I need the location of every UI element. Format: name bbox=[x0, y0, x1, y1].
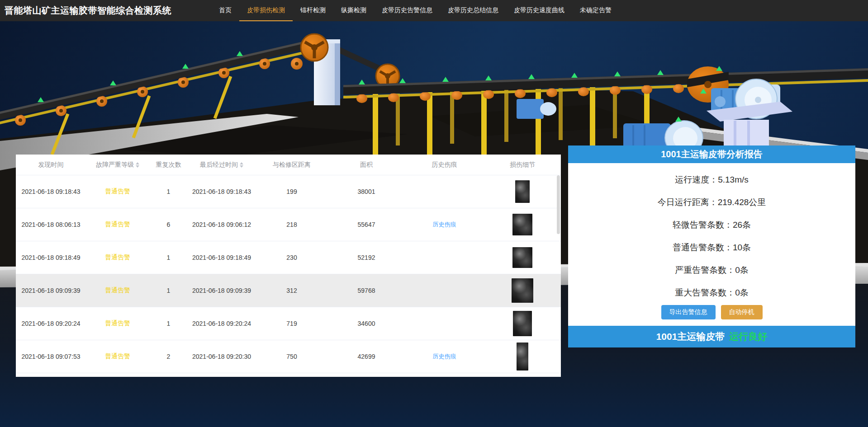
cell-last-time: 2021-06-18 09:06:12 bbox=[188, 221, 256, 228]
table-row[interactable]: 2021-06-18 09:09:39 普通告警 1 2021-06-18 09… bbox=[16, 274, 561, 307]
history-scar-link[interactable]: 历史伤痕 bbox=[433, 221, 456, 228]
cell-repeat: 1 bbox=[149, 254, 188, 261]
col-area: 面积 bbox=[328, 161, 405, 169]
cell-last-time: 2021-06-18 09:18:43 bbox=[188, 188, 256, 195]
nav-item-history-alarm-info[interactable]: 皮带历史告警信息 bbox=[374, 0, 440, 21]
metric-minor-value: 26条 bbox=[733, 219, 751, 231]
col-history-scar: 历史伤痕 bbox=[405, 161, 484, 169]
cell-time: 2021-06-18 08:06:13 bbox=[16, 221, 86, 228]
cell-distance: 199 bbox=[256, 188, 328, 195]
severity-badge: 普通告警 bbox=[86, 352, 149, 361]
cell-distance: 312 bbox=[256, 287, 328, 294]
cell-distance: 750 bbox=[256, 353, 328, 360]
table-row[interactable]: 2021-06-18 09:18:49 普通告警 1 2021-06-18 09… bbox=[16, 241, 561, 274]
report-body: 运行速度：5.13m/s 今日运行距离：219.428公里 轻微告警条数：26条… bbox=[568, 163, 855, 326]
cell-last-time: 2021-06-18 09:20:24 bbox=[188, 320, 256, 327]
nav-item-tear-detection[interactable]: 纵撕检测 bbox=[333, 0, 374, 21]
report-actions: 导出告警信息 自动停机 bbox=[568, 305, 855, 319]
damage-table-card: 发现时间 故障严重等级 重复次数 最后经过时间 与检修区距离 面积 历史伤痕 损… bbox=[16, 155, 561, 377]
metric-minor-alarms: 轻微告警条数：26条 bbox=[568, 214, 855, 236]
metric-speed: 运行速度：5.13m/s bbox=[568, 169, 855, 191]
metric-normal-alarms: 普通告警条数：10条 bbox=[568, 236, 855, 259]
col-discovery-time: 发现时间 bbox=[16, 161, 86, 169]
belt-status: 运行良好 bbox=[729, 330, 767, 343]
report-title: 1001主运输皮带分析报告 bbox=[568, 145, 855, 163]
col-fault-severity: 故障严重等级 bbox=[86, 161, 149, 169]
table-row[interactable]: 2021-06-18 09:18:43 普通告警 1 2021-06-18 09… bbox=[16, 175, 561, 208]
belt-report-panel: 1001主运输皮带分析报告 运行速度：5.13m/s 今日运行距离：219.42… bbox=[568, 145, 855, 347]
sort-caret-severity[interactable] bbox=[136, 162, 139, 168]
report-footer: 1001主运输皮带 运行良好 bbox=[568, 326, 855, 347]
cell-repeat: 1 bbox=[149, 287, 188, 294]
cell-last-time: 2021-06-18 09:09:39 bbox=[188, 287, 256, 294]
export-alarm-info-button[interactable]: 导出告警信息 bbox=[661, 305, 716, 319]
metric-severe-alarms: 严重告警条数：0条 bbox=[568, 259, 855, 282]
damage-thumbnail[interactable] bbox=[515, 180, 530, 203]
nav-item-history-speed-curve[interactable]: 皮带历史速度曲线 bbox=[506, 0, 572, 21]
nav-item-history-summary-info[interactable]: 皮带历史总结信息 bbox=[440, 0, 506, 21]
metric-major-value: 0条 bbox=[735, 287, 749, 299]
metric-normal-value: 10条 bbox=[733, 242, 751, 253]
metric-speed-value: 5.13m/s bbox=[718, 175, 749, 185]
severity-badge: 普通告警 bbox=[86, 253, 149, 262]
belt-name: 1001主运输皮带 bbox=[656, 330, 725, 343]
damage-thumbnail[interactable] bbox=[517, 343, 528, 371]
col-damage-detail: 损伤细节 bbox=[484, 161, 561, 169]
cell-distance: 719 bbox=[256, 320, 328, 327]
cell-time: 2021-06-18 09:18:43 bbox=[16, 188, 86, 195]
damage-thumbnail[interactable] bbox=[512, 278, 533, 303]
top-nav: 晋能塔山矿主运输胶带智能综合检测系统 首页 皮带损伤检测 锚杆检测 纵撕检测 皮… bbox=[0, 0, 868, 21]
nav-item-home[interactable]: 首页 bbox=[211, 0, 239, 21]
cell-area: 59768 bbox=[328, 287, 405, 294]
table-row[interactable]: 2021-06-18 09:07:53 普通告警 2 2021-06-18 09… bbox=[16, 340, 561, 373]
cell-time: 2021-06-18 09:20:24 bbox=[16, 320, 86, 327]
cell-last-time: 2021-06-18 09:20:30 bbox=[188, 353, 256, 360]
metric-distance-today: 今日运行距离：219.428公里 bbox=[568, 191, 855, 214]
cell-distance: 218 bbox=[256, 221, 328, 228]
table-scrollbar[interactable] bbox=[557, 175, 560, 234]
damage-table-header: 发现时间 故障严重等级 重复次数 最后经过时间 与检修区距离 面积 历史伤痕 损… bbox=[16, 155, 561, 175]
auto-stop-button[interactable]: 自动停机 bbox=[721, 305, 763, 319]
cell-distance: 230 bbox=[256, 254, 328, 261]
col-distance: 与检修区距离 bbox=[256, 161, 328, 169]
nav-item-unconfirmed-alarm[interactable]: 未确定告警 bbox=[572, 0, 619, 21]
severity-badge: 普通告警 bbox=[86, 221, 149, 229]
metric-severe-value: 0条 bbox=[735, 264, 749, 276]
damage-thumbnail[interactable] bbox=[512, 247, 532, 268]
cell-area: 38001 bbox=[328, 188, 405, 195]
col-repeat-count: 重复次数 bbox=[149, 161, 188, 169]
cell-area: 55647 bbox=[328, 221, 405, 228]
table-row[interactable]: 2021-06-18 09:20:24 普通告警 1 2021-06-18 09… bbox=[16, 307, 561, 340]
severity-badge: 普通告警 bbox=[86, 319, 149, 328]
cell-repeat: 1 bbox=[149, 320, 188, 327]
cell-time: 2021-06-18 09:07:53 bbox=[16, 353, 86, 360]
severity-badge: 普通告警 bbox=[86, 188, 149, 196]
cell-last-time: 2021-06-18 09:18:49 bbox=[188, 254, 256, 261]
metric-major-alarms: 重大告警条数：0条 bbox=[568, 282, 855, 304]
cell-repeat: 1 bbox=[149, 188, 188, 195]
cell-time: 2021-06-18 09:18:49 bbox=[16, 254, 86, 261]
table-row[interactable]: 2021-06-18 09:41:06 普通告警 1 2021-06-18 09… bbox=[16, 373, 561, 377]
cell-area: 42699 bbox=[328, 353, 405, 360]
damage-thumbnail[interactable] bbox=[512, 214, 532, 235]
app-title: 晋能塔山矿主运输胶带智能综合检测系统 bbox=[5, 0, 171, 21]
nav-item-anchor-detection[interactable]: 锚杆检测 bbox=[293, 0, 333, 21]
severity-badge: 普通告警 bbox=[86, 286, 149, 295]
cell-repeat: 6 bbox=[149, 221, 188, 228]
cell-area: 34600 bbox=[328, 320, 405, 327]
col-last-pass-time: 最后经过时间 bbox=[188, 161, 256, 169]
sort-caret-last-time[interactable] bbox=[240, 162, 243, 168]
history-scar-link[interactable]: 历史伤痕 bbox=[433, 353, 456, 360]
cell-area: 52192 bbox=[328, 254, 405, 261]
metric-distance-value: 219.428公里 bbox=[718, 197, 766, 208]
table-row[interactable]: 2021-06-18 08:06:13 普通告警 6 2021-06-18 09… bbox=[16, 208, 561, 241]
cell-time: 2021-06-18 09:09:39 bbox=[16, 287, 86, 294]
damage-thumbnail[interactable] bbox=[513, 311, 532, 336]
nav-menu: 首页 皮带损伤检测 锚杆检测 纵撕检测 皮带历史告警信息 皮带历史总结信息 皮带… bbox=[211, 0, 619, 21]
cell-repeat: 2 bbox=[149, 353, 188, 360]
nav-item-belt-damage-detection[interactable]: 皮带损伤检测 bbox=[239, 0, 293, 21]
